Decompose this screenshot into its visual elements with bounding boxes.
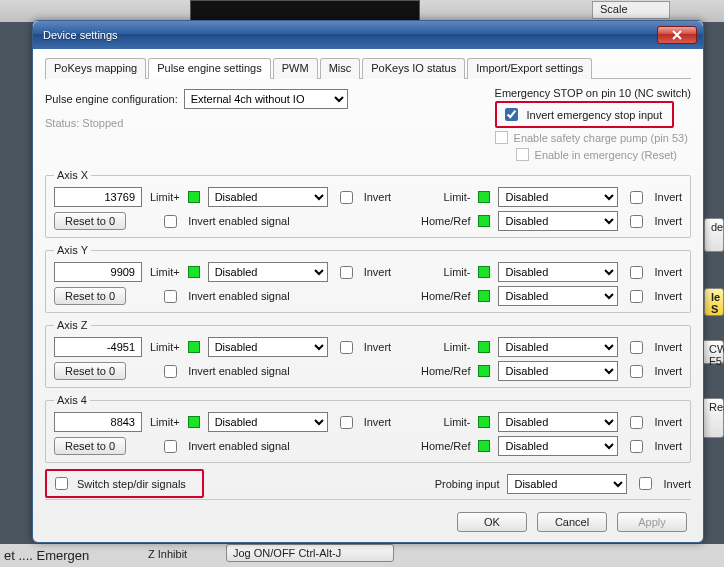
axis-y-limitplus-invert-checkbox[interactable] (340, 266, 353, 279)
axis-4-reset-button[interactable]: Reset to 0 (54, 437, 126, 455)
tab-misc[interactable]: Misc (320, 58, 361, 79)
axis-y-legend: Axis Y (54, 244, 91, 256)
axis-4-limitminus-invert-checkbox[interactable] (630, 416, 643, 429)
probing-input-select[interactable]: Disabled (507, 474, 627, 494)
bg-text-zinhibit: Z Inhibit (148, 548, 187, 560)
axis-x-limitminus-select[interactable]: Disabled (498, 187, 618, 207)
axis-4-limitminus-led (478, 416, 490, 428)
invert-estop-label: Invert emergency stop input (527, 109, 663, 121)
axis-z-limitminus-select[interactable]: Disabled (498, 337, 618, 357)
axis-y-homeref-invert-label: Invert (654, 290, 682, 302)
tab-import-export-settings[interactable]: Import/Export settings (467, 58, 592, 79)
axis-4-limitplus-invert-checkbox[interactable] (340, 416, 353, 429)
axis-x-reset-button[interactable]: Reset to 0 (54, 212, 126, 230)
axis-x-limitplus-label: Limit+ (150, 191, 180, 203)
axis-x-homeref-invert-label: Invert (654, 215, 682, 227)
axis-y-homeref-label: Home/Ref (421, 290, 471, 302)
bg-button-cw[interactable]: CW F5 (702, 340, 724, 364)
axis-x-legend: Axis X (54, 169, 91, 181)
axis-z-limitminus-invert-checkbox[interactable] (630, 341, 643, 354)
axis-y-limitminus-invert-checkbox[interactable] (630, 266, 643, 279)
tab-pokeys-mapping[interactable]: PoKeys mapping (45, 58, 146, 79)
axis-4-invert-enabled-checkbox[interactable] (164, 440, 177, 453)
axis-z-homeref-led (478, 365, 490, 377)
axis-y-limitminus-led (478, 266, 490, 278)
axis-x-homeref-label: Home/Ref (421, 215, 471, 227)
pulse-engine-config-label: Pulse engine configuration: (45, 93, 178, 105)
axis-z-homeref-invert-label: Invert (654, 365, 682, 377)
axis-z-homeref-label: Home/Ref (421, 365, 471, 377)
safety-pump-checkbox (495, 131, 508, 144)
titlebar: Device settings (33, 21, 703, 49)
invert-estop-checkbox[interactable] (505, 108, 518, 121)
bg-text-emergen: et .... Emergen (4, 548, 89, 563)
axis-z-reset-button[interactable]: Reset to 0 (54, 362, 126, 380)
enable-in-emerg-label: Enable in emergency (Reset) (535, 149, 677, 161)
axis-4-limitplus-label: Limit+ (150, 416, 180, 428)
probing-invert-checkbox[interactable] (639, 477, 652, 490)
axis-y-homeref-select[interactable]: Disabled (498, 286, 618, 306)
axis-z-legend: Axis Z (54, 319, 91, 331)
safety-pump-label: Enable safety charge pump (pin 53) (514, 132, 688, 144)
tab-pulse-engine-settings[interactable]: Pulse engine settings (148, 58, 271, 79)
axis-y-limitminus-select[interactable]: Disabled (498, 262, 618, 282)
axis-4-limitminus-select[interactable]: Disabled (498, 412, 618, 432)
axis-z-group: Axis Z Limit+ Disabled Invert Limit- Dis… (45, 319, 691, 388)
cancel-button[interactable]: Cancel (537, 512, 607, 532)
device-settings-dialog: Device settings PoKeys mapping Pulse eng… (32, 20, 704, 543)
axis-z-limitminus-label: Limit- (444, 341, 471, 353)
pulse-engine-config-select[interactable]: External 4ch without IO (184, 89, 348, 109)
axis-y-group: Axis Y Limit+ Disabled Invert Limit- Dis… (45, 244, 691, 313)
axis-x-group: Axis X Limit+ Disabled Invert Limit- Dis… (45, 169, 691, 238)
bg-button-res[interactable]: Res (702, 398, 724, 438)
enable-in-emerg-checkbox (516, 148, 529, 161)
axis-x-limitplus-select[interactable]: Disabled (208, 187, 328, 207)
axis-4-value[interactable] (54, 412, 142, 432)
axis-y-value[interactable] (54, 262, 142, 282)
axis-z-value[interactable] (54, 337, 142, 357)
axis-x-homeref-invert-checkbox[interactable] (630, 215, 643, 228)
axis-y-limitplus-led (188, 266, 200, 278)
tab-pokeys-io-status[interactable]: PoKeys IO status (362, 58, 465, 79)
axis-4-homeref-invert-checkbox[interactable] (630, 440, 643, 453)
axis-x-limitplus-invert-checkbox[interactable] (340, 191, 353, 204)
axis-x-limitplus-led (188, 191, 200, 203)
bg-scale-label: Scale (600, 3, 628, 15)
apply-button[interactable]: Apply (617, 512, 687, 532)
axis-z-limitplus-invert-checkbox[interactable] (340, 341, 353, 354)
status-label: Status: Stopped (45, 117, 123, 129)
axis-4-group: Axis 4 Limit+ Disabled Invert Limit- Dis… (45, 394, 691, 463)
axis-x-invert-enabled-checkbox[interactable] (164, 215, 177, 228)
axis-z-limitplus-select[interactable]: Disabled (208, 337, 328, 357)
tab-pwm[interactable]: PWM (273, 58, 318, 79)
ok-button[interactable]: OK (457, 512, 527, 532)
axis-4-limitplus-select[interactable]: Disabled (208, 412, 328, 432)
window-title: Device settings (43, 29, 657, 41)
close-button[interactable] (657, 26, 697, 44)
axis-x-homeref-led (478, 215, 490, 227)
axis-y-homeref-invert-checkbox[interactable] (630, 290, 643, 303)
axis-x-limitminus-invert-checkbox[interactable] (630, 191, 643, 204)
switch-step-dir-label: Switch step/dir signals (77, 478, 186, 490)
axis-y-limitminus-invert-label: Invert (654, 266, 682, 278)
close-icon (672, 30, 682, 40)
axis-y-limitplus-select[interactable]: Disabled (208, 262, 328, 282)
axis-y-reset-button[interactable]: Reset to 0 (54, 287, 126, 305)
axis-x-homeref-select[interactable]: Disabled (498, 211, 618, 231)
axis-y-limitplus-invert-label: Invert (364, 266, 392, 278)
axis-4-limitplus-invert-label: Invert (364, 416, 392, 428)
bg-jog-toggle[interactable]: Jog ON/OFF Ctrl-Alt-J (226, 544, 394, 562)
bg-button-les[interactable]: le S (704, 288, 724, 316)
axis-x-value[interactable] (54, 187, 142, 207)
axis-y-limitminus-label: Limit- (444, 266, 471, 278)
axis-z-homeref-invert-checkbox[interactable] (630, 365, 643, 378)
axis-z-invert-enabled-checkbox[interactable] (164, 365, 177, 378)
axis-4-limitminus-label: Limit- (444, 416, 471, 428)
axis-z-limitplus-label: Limit+ (150, 341, 180, 353)
switch-step-dir-checkbox[interactable] (55, 477, 68, 490)
axis-4-homeref-select[interactable]: Disabled (498, 436, 618, 456)
axis-z-invert-enabled-label: Invert enabled signal (188, 365, 290, 377)
axis-y-invert-enabled-checkbox[interactable] (164, 290, 177, 303)
axis-4-legend: Axis 4 (54, 394, 90, 406)
axis-z-homeref-select[interactable]: Disabled (498, 361, 618, 381)
